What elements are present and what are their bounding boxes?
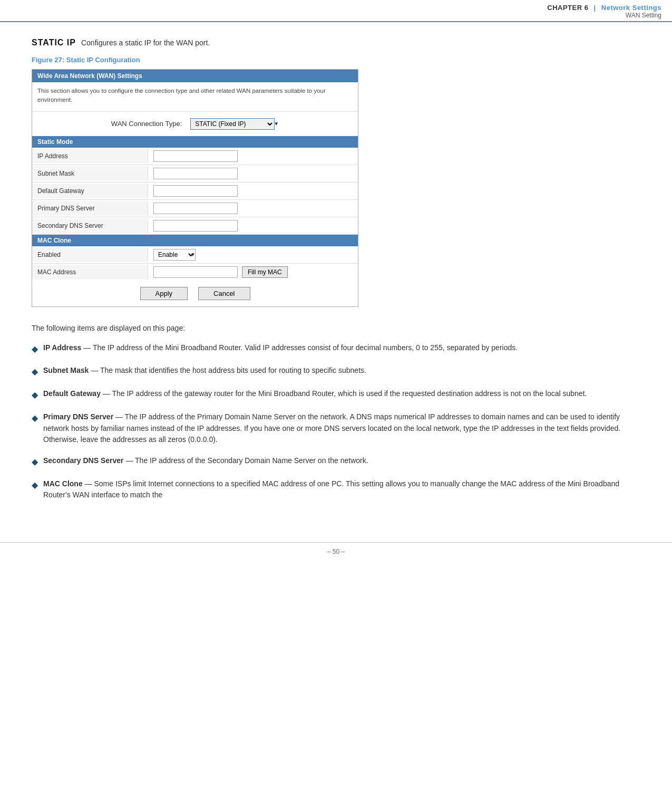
bullet-text-secondary-dns: Secondary DNS Server — The IP address of… [43, 455, 368, 467]
default-gateway-label: Default Gateway [32, 184, 148, 198]
enabled-select[interactable]: Enable Disable [153, 249, 196, 261]
wan-desc: This section allows you to configure the… [32, 82, 358, 112]
list-item: ◆ Primary DNS Server — The IP address of… [32, 411, 640, 446]
static-mode-bar: Static Mode [32, 136, 358, 148]
default-gateway-input-cell [148, 182, 358, 199]
wan-settings-box: Wide Area Network (WAN) Settings This se… [32, 69, 358, 307]
chapter-label: CHAPTER 6 | Network Settings [547, 4, 661, 12]
ip-address-label: IP Address [32, 149, 148, 163]
bullet-icon: ◆ [32, 389, 38, 402]
mac-address-input[interactable] [153, 266, 238, 278]
form-buttons-row: Apply Cancel [32, 281, 358, 306]
bullet-icon: ◆ [32, 343, 38, 356]
header-title: Network Settings [601, 4, 661, 12]
subnet-mask-input-cell [148, 165, 358, 182]
mac-address-input-cell: Fill my MAC [148, 264, 358, 281]
cancel-button[interactable]: Cancel [198, 287, 250, 300]
mac-address-row: MAC Address Fill my MAC [32, 264, 358, 281]
subnet-mask-input[interactable] [153, 168, 238, 179]
wan-connection-type-row: WAN Connection Type: STATIC (Fixed IP) ▼ [32, 112, 358, 136]
list-item: ◆ Subnet Mask — The mask that identifies… [32, 365, 640, 379]
list-item: ◆ Secondary DNS Server — The IP address … [32, 455, 640, 469]
bullet-text-ip-address: IP Address — The IP address of the Mini … [43, 342, 518, 354]
page-footer: – 50 – [0, 542, 672, 566]
secondary-dns-input-cell [148, 217, 358, 234]
page-header: CHAPTER 6 | Network Settings WAN Setting [0, 0, 672, 22]
secondary-dns-label: Secondary DNS Server [32, 218, 148, 233]
bullet-text-subnet-mask: Subnet Mask — The mask that identifies t… [43, 365, 366, 377]
figure-caption: Figure 27: Static IP Configuration [32, 56, 640, 64]
mac-clone-bar: MAC Clone [32, 235, 358, 246]
bullet-icon: ◆ [32, 479, 38, 492]
bullet-icon: ◆ [32, 365, 38, 379]
list-item: ◆ MAC Clone — Some ISPs limit Internet c… [32, 478, 640, 501]
static-ip-label: Static IP [32, 38, 76, 47]
mac-address-label: MAC Address [32, 265, 148, 280]
primary-dns-input[interactable] [153, 203, 238, 214]
bullet-icon: ◆ [32, 412, 38, 425]
primary-dns-input-cell [148, 200, 358, 217]
secondary-dns-input[interactable] [153, 220, 238, 232]
primary-dns-label: Primary DNS Server [32, 201, 148, 216]
main-content: Static IP Configures a static IP for the… [0, 22, 672, 532]
wan-connection-select[interactable]: STATIC (Fixed IP) [190, 118, 275, 130]
primary-dns-row: Primary DNS Server [32, 200, 358, 217]
fill-my-mac-button[interactable]: Fill my MAC [242, 266, 288, 278]
secondary-dns-row: Secondary DNS Server [32, 217, 358, 235]
default-gateway-row: Default Gateway [32, 182, 358, 200]
bullet-text-default-gateway: Default Gateway — The IP address of the … [43, 388, 587, 400]
enabled-row: Enabled Enable Disable ▼ [32, 246, 358, 264]
apply-button[interactable]: Apply [140, 287, 188, 300]
enabled-input-cell: Enable Disable ▼ [148, 246, 358, 263]
list-item: ◆ Default Gateway — The IP address of th… [32, 388, 640, 402]
header-subtitle: WAN Setting [547, 12, 661, 19]
subnet-mask-row: Subnet Mask [32, 165, 358, 182]
wan-connection-label: WAN Connection Type: [111, 120, 182, 128]
enabled-label: Enabled [32, 247, 148, 262]
bullet-text-mac-clone: MAC Clone — Some ISPs limit Internet con… [43, 478, 640, 501]
wan-box-header: Wide Area Network (WAN) Settings [32, 70, 358, 82]
section-heading: Static IP Configures a static IP for the… [32, 38, 640, 47]
bullet-text-primary-dns: Primary DNS Server — The IP address of t… [43, 411, 640, 446]
list-item: ◆ IP Address — The IP address of the Min… [32, 342, 640, 356]
ip-address-input[interactable] [153, 150, 238, 162]
section-desc: Configures a static IP for the WAN port. [81, 39, 210, 47]
bullet-list: ◆ IP Address — The IP address of the Min… [32, 342, 640, 502]
page-number: – 50 – [327, 548, 345, 555]
ip-address-input-cell [148, 148, 358, 165]
ip-address-row: IP Address [32, 148, 358, 165]
subnet-mask-label: Subnet Mask [32, 166, 148, 181]
default-gateway-input[interactable] [153, 185, 238, 197]
bullet-icon: ◆ [32, 456, 38, 469]
desc-intro: The following items are displayed on thi… [32, 323, 640, 334]
